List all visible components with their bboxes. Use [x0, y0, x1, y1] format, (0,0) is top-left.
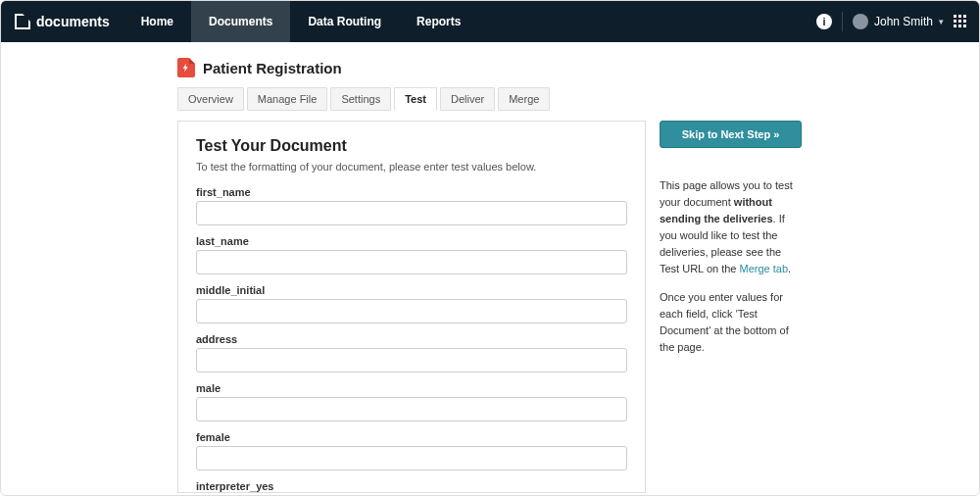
input-last-name[interactable]	[196, 250, 627, 274]
label-address: address	[196, 333, 627, 345]
user-menu[interactable]: John Smith ▾	[853, 14, 944, 29]
panel-subtext: To test the formatting of your document,…	[196, 161, 627, 173]
field-first-name: first_name	[196, 186, 627, 225]
field-female: female	[196, 431, 627, 471]
label-interpreter-yes: interpreter_yes	[196, 480, 627, 492]
merge-tab-link[interactable]: Merge tab	[740, 263, 789, 274]
pdf-icon	[177, 58, 195, 77]
skip-to-next-step-button[interactable]: Skip to Next Step »	[660, 121, 802, 148]
top-nav-bar: documents Home Documents Data Routing Re…	[1, 1, 979, 42]
doc-tabs: Overview Manage File Settings Test Deliv…	[177, 87, 979, 111]
nav-data-routing[interactable]: Data Routing	[290, 1, 399, 42]
input-first-name[interactable]	[196, 201, 627, 225]
help-text: This page allows you to test your docume…	[660, 177, 802, 356]
page-title: Patient Registration	[203, 60, 342, 76]
tab-deliver[interactable]: Deliver	[440, 87, 495, 111]
field-interpreter-yes: interpreter_yes	[196, 480, 627, 493]
user-name: John Smith	[874, 15, 933, 28]
input-female[interactable]	[196, 446, 627, 471]
label-male: male	[196, 382, 627, 394]
brand-name: documents	[36, 14, 110, 29]
test-panel: Test Your Document To test the formattin…	[177, 121, 646, 493]
divider	[842, 12, 843, 31]
chevron-down-icon: ▾	[939, 17, 944, 26]
label-first-name: first_name	[196, 186, 627, 198]
field-male: male	[196, 382, 627, 422]
avatar	[853, 14, 868, 29]
topbar-right: i John Smith ▾	[816, 12, 979, 31]
input-middle-initial[interactable]	[196, 299, 627, 323]
content-row: Test Your Document To test the formattin…	[177, 121, 979, 493]
nav-documents[interactable]: Documents	[191, 1, 290, 42]
page-body: Patient Registration Overview Manage Fil…	[1, 42, 979, 493]
brand-icon	[15, 14, 30, 29]
title-row: Patient Registration	[177, 58, 979, 77]
brand[interactable]: documents	[1, 14, 123, 29]
field-last-name: last_name	[196, 235, 627, 274]
field-middle-initial: middle_initial	[196, 284, 627, 323]
label-female: female	[196, 431, 627, 443]
label-last-name: last_name	[196, 235, 627, 247]
info-icon[interactable]: i	[816, 14, 832, 29]
tab-manage-file[interactable]: Manage File	[247, 87, 328, 111]
input-male[interactable]	[196, 397, 627, 422]
tab-test[interactable]: Test	[394, 87, 437, 111]
input-address[interactable]	[196, 348, 627, 372]
apps-icon[interactable]	[954, 15, 967, 28]
help-text-2: Once you enter values for each field, cl…	[660, 289, 802, 356]
panel-heading: Test Your Document	[196, 137, 627, 155]
primary-nav: Home Documents Data Routing Reports	[123, 1, 479, 42]
nav-reports[interactable]: Reports	[399, 1, 478, 42]
tab-overview[interactable]: Overview	[177, 87, 244, 111]
label-middle-initial: middle_initial	[196, 284, 627, 296]
help-text-1d: .	[788, 263, 791, 274]
tab-merge[interactable]: Merge	[498, 87, 550, 111]
help-text-1a: This page allows you to test your docume…	[660, 179, 793, 208]
field-address: address	[196, 333, 627, 372]
tab-settings[interactable]: Settings	[330, 87, 391, 111]
nav-home[interactable]: Home	[123, 1, 191, 42]
right-column: Skip to Next Step » This page allows you…	[660, 121, 802, 368]
